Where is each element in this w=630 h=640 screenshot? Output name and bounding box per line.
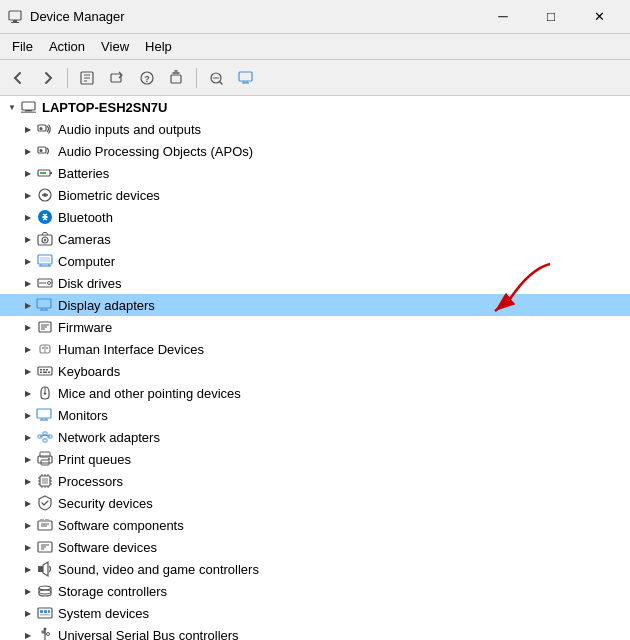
update-driver-button[interactable] xyxy=(103,64,131,92)
child-expand-icon xyxy=(20,209,36,225)
list-item[interactable]: Computer xyxy=(0,250,630,272)
close-button[interactable]: ✕ xyxy=(576,3,622,31)
list-item[interactable]: Disk drives xyxy=(0,272,630,294)
mouse-icon xyxy=(36,384,54,402)
list-item[interactable]: Keyboards xyxy=(0,360,630,382)
svg-rect-59 xyxy=(43,369,45,371)
camera-icon xyxy=(36,230,54,248)
svg-rect-44 xyxy=(37,299,51,308)
toolbar: ? xyxy=(0,60,630,96)
list-item[interactable]: Human Interface Devices xyxy=(0,338,630,360)
child-expand-icon xyxy=(20,319,36,335)
list-item[interactable]: Mice and other pointing devices xyxy=(0,382,630,404)
svg-rect-110 xyxy=(44,610,47,613)
svg-rect-97 xyxy=(40,519,44,522)
svg-point-42 xyxy=(48,282,51,285)
svg-rect-112 xyxy=(40,614,50,616)
list-item[interactable]: Audio inputs and outputs xyxy=(0,118,630,140)
list-item[interactable]: Software components xyxy=(0,514,630,536)
item-label: Batteries xyxy=(58,166,109,181)
properties-icon xyxy=(79,70,95,86)
list-item[interactable]: Software devices xyxy=(0,536,630,558)
svg-point-81 xyxy=(48,458,50,460)
display-icon xyxy=(36,296,54,314)
back-button[interactable] xyxy=(4,64,32,92)
scan-button[interactable] xyxy=(202,64,230,92)
item-label: Print queues xyxy=(58,452,131,467)
biometric-icon xyxy=(36,186,54,204)
svg-rect-58 xyxy=(40,369,42,371)
maximize-button[interactable]: □ xyxy=(528,3,574,31)
svg-point-26 xyxy=(40,149,43,152)
child-expand-icon xyxy=(20,451,36,467)
list-item[interactable]: Biometric devices xyxy=(0,184,630,206)
properties-button[interactable] xyxy=(73,64,101,92)
list-item[interactable]: Audio Processing Objects (APOs) xyxy=(0,140,630,162)
svg-rect-63 xyxy=(48,372,50,374)
forward-button[interactable] xyxy=(34,64,62,92)
network-icon xyxy=(36,428,54,446)
menu-view[interactable]: View xyxy=(93,37,137,56)
list-item[interactable]: Universal Serial Bus controllers xyxy=(0,624,630,640)
child-expand-icon xyxy=(20,495,36,511)
list-item[interactable]: Firmware xyxy=(0,316,630,338)
child-expand-icon xyxy=(20,187,36,203)
list-item[interactable]: Cameras xyxy=(0,228,630,250)
storage-icon xyxy=(36,582,54,600)
item-label: Software devices xyxy=(58,540,157,555)
computer-icon xyxy=(36,252,54,270)
child-expand-icon xyxy=(20,363,36,379)
monitor-button[interactable] xyxy=(232,64,260,92)
menu-file[interactable]: File xyxy=(4,37,41,56)
item-label: Cameras xyxy=(58,232,111,247)
svg-point-115 xyxy=(47,633,50,636)
list-item[interactable]: Processors xyxy=(0,470,630,492)
item-label: Security devices xyxy=(58,496,153,511)
minimize-button[interactable]: ─ xyxy=(480,3,526,31)
list-item[interactable]: Monitors xyxy=(0,404,630,426)
svg-point-55 xyxy=(42,347,44,349)
svg-rect-10 xyxy=(171,75,181,83)
child-expand-icon xyxy=(20,121,36,137)
monitor-icon xyxy=(36,406,54,424)
svg-rect-20 xyxy=(22,102,35,110)
item-label: Display adapters xyxy=(58,298,155,313)
item-label: Audio inputs and outputs xyxy=(58,122,201,137)
item-label: Monitors xyxy=(58,408,108,423)
content-area[interactable]: LAPTOP-ESH2SN7U Audio inputs and outputs… xyxy=(0,96,630,640)
tree-root[interactable]: LAPTOP-ESH2SN7U xyxy=(0,96,630,118)
svg-line-14 xyxy=(220,82,222,84)
sound-icon xyxy=(36,560,54,578)
svg-point-106 xyxy=(39,586,51,590)
scan-icon xyxy=(208,70,224,86)
list-item[interactable]: Print queues xyxy=(0,448,630,470)
child-expand-icon xyxy=(20,561,36,577)
list-item[interactable]: Network adapters xyxy=(0,426,630,448)
svg-text:?: ? xyxy=(144,74,150,84)
update-driver-icon xyxy=(109,70,125,86)
item-label: Network adapters xyxy=(58,430,160,445)
svg-rect-40 xyxy=(40,257,50,262)
svg-rect-22 xyxy=(21,112,36,114)
child-expand-icon xyxy=(20,297,36,313)
list-item[interactable]: Security devices xyxy=(0,492,630,514)
menu-help[interactable]: Help xyxy=(137,37,180,56)
bluetooth-icon xyxy=(36,208,54,226)
child-expand-icon xyxy=(20,143,36,159)
list-item[interactable]: Batteries xyxy=(0,162,630,184)
list-item[interactable]: Storage controllers xyxy=(0,580,630,602)
list-item[interactable]: Bluetooth xyxy=(0,206,630,228)
help-button[interactable]: ? xyxy=(133,64,161,92)
item-label: Disk drives xyxy=(58,276,122,291)
child-expand-icon xyxy=(20,253,36,269)
hid-icon xyxy=(36,340,54,358)
item-label: Bluetooth xyxy=(58,210,113,225)
svg-rect-16 xyxy=(239,72,252,81)
uninstall-button[interactable] xyxy=(163,64,191,92)
display-adapters-item[interactable]: Display adapters xyxy=(0,294,630,316)
child-expand-icon xyxy=(20,341,36,357)
battery-icon xyxy=(36,164,54,182)
list-item[interactable]: Sound, video and game controllers xyxy=(0,558,630,580)
list-item[interactable]: System devices xyxy=(0,602,630,624)
menu-action[interactable]: Action xyxy=(41,37,93,56)
